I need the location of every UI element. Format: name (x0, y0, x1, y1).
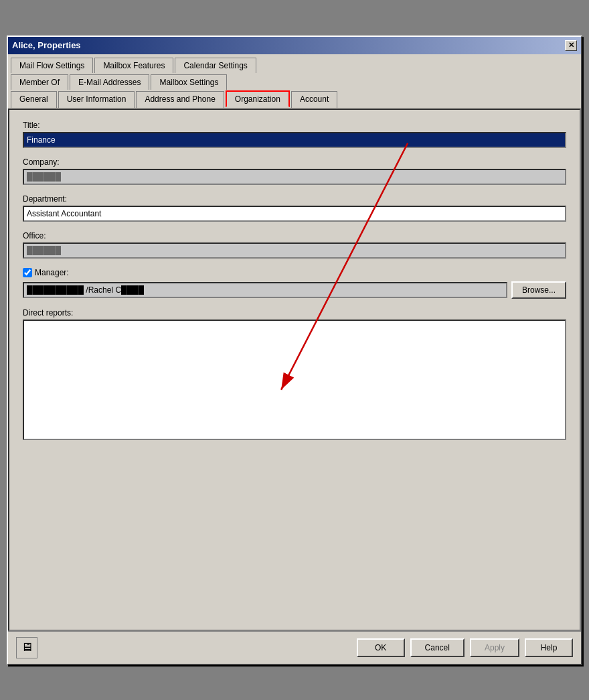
bottom-bar: 🖥 OK Cancel Apply Help (8, 631, 581, 664)
tab-organization[interactable]: Organization (226, 90, 290, 107)
tab-row-1: Mail Flow Settings Mailbox Features Cale… (11, 57, 578, 72)
company-input[interactable] (23, 169, 566, 185)
tab-email-addresses[interactable]: E-Mail Addresses (70, 74, 149, 90)
manager-input-row: Browse... (23, 281, 566, 299)
tab-member-of[interactable]: Member Of (11, 74, 68, 90)
tab-row-2: Member Of E-Mail Addresses Mailbox Setti… (11, 74, 578, 89)
tab-user-information[interactable]: User Information (58, 91, 135, 108)
tab-row-3: General User Information Address and Pho… (11, 90, 578, 107)
browse-button[interactable]: Browse... (511, 281, 566, 299)
direct-reports-field-group: Direct reports: (23, 308, 566, 440)
title-field-group: Title: (23, 121, 566, 148)
company-field-group: Company: (23, 157, 566, 185)
apply-button[interactable]: Apply (470, 638, 519, 657)
office-input[interactable] (23, 242, 566, 259)
manager-checkbox[interactable] (23, 268, 32, 277)
ok-button[interactable]: OK (357, 638, 405, 657)
office-label: Office: (23, 231, 566, 240)
title-label: Title: (23, 121, 566, 130)
manager-checkbox-row: Manager: (23, 268, 566, 277)
manager-label: Manager: (35, 268, 69, 277)
department-input[interactable] (23, 206, 566, 222)
cancel-button[interactable]: Cancel (410, 638, 465, 657)
tabs-container: Mail Flow Settings Mailbox Features Cale… (8, 54, 581, 107)
company-label: Company: (23, 157, 566, 167)
title-bar: Alice, Properties ✕ (8, 37, 581, 54)
help-button[interactable]: Help (525, 638, 573, 657)
dialog-title: Alice, Properties (12, 40, 81, 50)
tab-address-phone[interactable]: Address and Phone (136, 91, 224, 108)
tab-mailbox-settings[interactable]: Mailbox Settings (151, 74, 227, 90)
tab-mailbox-features[interactable]: Mailbox Features (94, 58, 173, 73)
tab-calendar-settings[interactable]: Calendar Settings (175, 58, 256, 73)
department-label: Department: (23, 194, 566, 204)
manager-input[interactable] (23, 282, 507, 298)
tab-mail-flow[interactable]: Mail Flow Settings (11, 58, 93, 73)
direct-reports-label: Direct reports: (23, 308, 566, 318)
tab-content-organization: Title: Company: Department: Office: Mana… (8, 109, 581, 631)
department-field-group: Department: (23, 194, 566, 222)
tab-general[interactable]: General (11, 91, 57, 108)
direct-reports-list[interactable] (23, 320, 566, 440)
close-button[interactable]: ✕ (565, 40, 577, 51)
tab-account[interactable]: Account (291, 91, 337, 108)
properties-dialog: Alice, Properties ✕ Mail Flow Settings M… (7, 36, 582, 665)
title-input[interactable] (23, 132, 566, 148)
status-icon: 🖥 (16, 637, 37, 658)
office-field-group: Office: (23, 231, 566, 259)
manager-field-group: Manager: Browse... (23, 268, 566, 299)
